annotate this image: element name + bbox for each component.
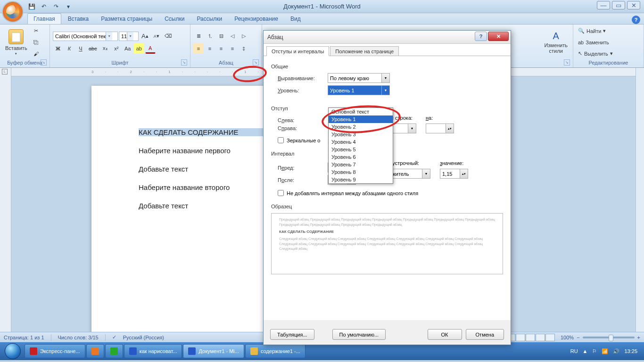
- no-space-checkbox[interactable]: [278, 190, 284, 196]
- dialog-tab-indents[interactable]: Отступы и интервалы: [266, 46, 329, 56]
- status-spellcheck-icon[interactable]: ✓: [112, 334, 116, 340]
- default-button[interactable]: По умолчанию...: [332, 329, 386, 340]
- copy-icon[interactable]: ⿻: [31, 37, 41, 48]
- taskbar-item[interactable]: Экспресс-пане...: [25, 344, 85, 358]
- tray-volume-icon[interactable]: 🔊: [613, 348, 619, 354]
- save-icon[interactable]: 💾: [26, 1, 37, 12]
- tray-network-icon[interactable]: 📶: [602, 348, 608, 354]
- tab-view[interactable]: Вид: [285, 14, 306, 24]
- italic-button[interactable]: К: [64, 43, 74, 54]
- tab-page-layout[interactable]: Разметка страницы: [95, 14, 158, 24]
- ok-button[interactable]: ОК: [428, 329, 462, 340]
- undo-icon[interactable]: ↶: [39, 1, 49, 12]
- bold-button[interactable]: Ж: [53, 43, 63, 54]
- taskbar-item[interactable]: содержание1 -...: [245, 344, 305, 358]
- level-option[interactable]: Уровень 9: [329, 176, 393, 183]
- maximize-button[interactable]: ▭: [612, 1, 625, 9]
- clipboard-launcher[interactable]: ↘: [41, 59, 47, 66]
- align-right-icon[interactable]: ≡: [216, 43, 226, 54]
- paragraph-launcher[interactable]: ↘: [253, 59, 259, 66]
- level-option[interactable]: Уровень 3: [329, 131, 393, 138]
- level-option[interactable]: Уровень 2: [329, 123, 393, 131]
- align-center-icon[interactable]: ≡: [205, 43, 215, 54]
- strike-button[interactable]: abc: [87, 43, 99, 54]
- tab-mailings[interactable]: Рассылки: [191, 14, 228, 24]
- minimize-button[interactable]: —: [597, 1, 610, 9]
- format-painter-icon[interactable]: 🖌: [31, 49, 41, 59]
- superscript-button[interactable]: x²: [111, 43, 122, 54]
- tab-home[interactable]: Главная: [27, 13, 61, 24]
- view-buttons[interactable]: [506, 334, 555, 341]
- taskbar-item[interactable]: [86, 344, 104, 358]
- value-spinner[interactable]: 1,15▴▾: [440, 169, 468, 179]
- level-option[interactable]: Уровень 8: [329, 168, 393, 176]
- level-option[interactable]: Основной текст: [329, 108, 393, 115]
- highlight-button[interactable]: ab: [134, 43, 144, 54]
- tab-review[interactable]: Рецензирование: [229, 14, 284, 24]
- dialog-close-button[interactable]: ✕: [488, 32, 509, 41]
- bullets-icon[interactable]: ≣: [193, 31, 204, 41]
- level-combo[interactable]: Уровень 1▼: [328, 85, 390, 95]
- decrease-indent-icon[interactable]: ◁: [227, 31, 238, 41]
- tab-references[interactable]: Ссылки: [159, 14, 190, 24]
- increase-indent-icon[interactable]: ▷: [239, 31, 249, 41]
- taskbar-item-active[interactable]: Документ1 - Mi...: [183, 344, 244, 358]
- level-option-selected[interactable]: Уровень 1: [329, 115, 393, 123]
- status-language[interactable]: Русский (Россия): [123, 335, 164, 340]
- zoom-slider[interactable]: [583, 337, 635, 338]
- multilevel-icon[interactable]: ⊟: [216, 31, 226, 41]
- redo-icon[interactable]: ↷: [51, 1, 61, 12]
- cut-icon[interactable]: ✂: [31, 26, 41, 36]
- font-launcher[interactable]: ↘: [181, 59, 187, 66]
- qat-customize-icon[interactable]: ▾: [63, 1, 74, 12]
- help-icon[interactable]: ?: [632, 16, 640, 24]
- zoom-level[interactable]: 100%: [561, 335, 574, 340]
- tray-language[interactable]: RU: [570, 348, 578, 354]
- select-button[interactable]: ↖Выделить ▾: [576, 49, 615, 59]
- tabs-button[interactable]: Табуляция...: [270, 329, 314, 340]
- tray-flag-icon[interactable]: ⚐: [592, 348, 597, 354]
- vertical-scrollbar[interactable]: [636, 68, 644, 332]
- tray-clock[interactable]: 13:25: [624, 348, 637, 354]
- zoom-in-icon[interactable]: +: [637, 335, 640, 340]
- level-option[interactable]: Уровень 6: [329, 153, 393, 161]
- subscript-button[interactable]: x₂: [100, 43, 110, 54]
- mirror-indents-checkbox[interactable]: [278, 137, 284, 143]
- underline-button[interactable]: Ч: [75, 43, 86, 54]
- styles-launcher[interactable]: ↘: [564, 59, 570, 66]
- grow-font-icon[interactable]: A▴: [140, 31, 150, 41]
- font-name-combo[interactable]: Calibri (Основной тек▼: [53, 32, 118, 41]
- justify-icon[interactable]: ≡: [227, 43, 238, 54]
- change-styles-button[interactable]: AИзменить стили: [542, 28, 570, 56]
- level-option[interactable]: Уровень 4: [329, 138, 393, 146]
- tray-icon[interactable]: ▲: [583, 348, 588, 354]
- taskbar-item[interactable]: как нарисоват...: [124, 344, 182, 358]
- close-button[interactable]: ✕: [627, 1, 640, 9]
- status-words[interactable]: Число слов: 3/15: [58, 335, 99, 340]
- level-option[interactable]: Уровень 5: [329, 146, 393, 153]
- start-button[interactable]: [2, 342, 24, 360]
- numbering-icon[interactable]: ⒈: [205, 31, 215, 41]
- cancel-button[interactable]: Отмена: [466, 329, 504, 340]
- shrink-font-icon[interactable]: A▾: [151, 31, 162, 41]
- zoom-out-icon[interactable]: −: [577, 335, 579, 340]
- align-left-icon[interactable]: ≡: [193, 43, 204, 54]
- dialog-tab-position[interactable]: Положение на странице: [330, 46, 399, 56]
- find-button[interactable]: 🔍Найти ▾: [576, 26, 615, 36]
- alignment-combo[interactable]: По левому краю▼: [328, 73, 390, 83]
- office-button[interactable]: [2, 1, 24, 23]
- change-case-button[interactable]: Aa: [123, 43, 133, 54]
- dialog-titlebar[interactable]: Абзац ? ✕: [264, 31, 511, 44]
- level-option[interactable]: Уровень 7: [329, 161, 393, 168]
- level-dropdown-list[interactable]: Основной текст Уровень 1 Уровень 2 Урове…: [328, 107, 393, 184]
- paste-button[interactable]: Вставить▾: [3, 27, 30, 58]
- line-spacing-icon[interactable]: ‡: [239, 43, 249, 54]
- font-size-combo[interactable]: 11▼: [119, 32, 139, 41]
- taskbar-item[interactable]: [105, 344, 123, 358]
- replace-button[interactable]: abЗаменить: [576, 37, 615, 48]
- clear-format-icon[interactable]: ⌫: [163, 31, 174, 41]
- dialog-help-button[interactable]: ?: [475, 32, 487, 41]
- tab-insert[interactable]: Вставка: [62, 14, 95, 24]
- status-page[interactable]: Страница: 1 из 1: [4, 335, 44, 340]
- first-line-by-spinner[interactable]: ▴▾: [426, 123, 454, 133]
